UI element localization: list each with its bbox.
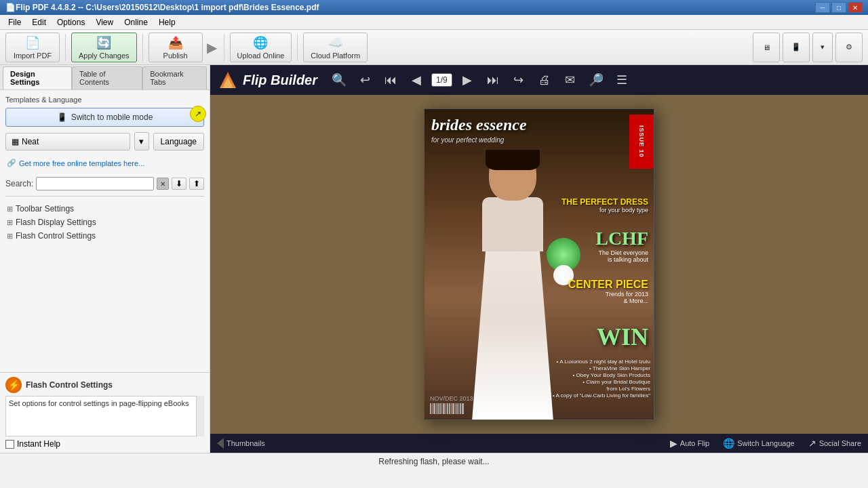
publish-icon: 📤 [168,35,183,50]
search-label: Search: [5,179,33,188]
menu-bar: File Edit Options View Online Help [0,15,868,30]
search-next-button[interactable]: ⬆ [189,178,204,190]
template-select-button[interactable]: ▦ Neat [5,133,130,150]
headline-perfect-dress-main: THE PERFECT DRESS [540,197,648,207]
scroll-bar[interactable] [196,396,204,436]
last-page-button[interactable]: ⏭ [482,69,504,91]
toolbar-right-controls: 🖥 📱 ▾ ⚙ [753,33,863,62]
prev-page-button[interactable]: ◀ [406,69,427,91]
template-name: Neat [22,137,39,146]
panel-content: Templates & Language 📱 Switch to mobile … [0,90,210,372]
mag-date: NOV/DEC 2013 [430,395,473,414]
view-mobile-button[interactable]: 📱 [783,33,810,62]
auto-flip-label: Auto Flip [680,439,709,447]
bottom-panel-title: Flash Control Settings [26,380,113,390]
first-page-button[interactable]: ⏮ [380,69,401,91]
language-button[interactable]: Language [153,133,204,150]
page-display[interactable]: 1/9 [431,73,452,87]
publish-label: Publish [163,52,188,60]
tree-item-toolbar[interactable]: ⊞ Toolbar Settings [5,202,204,216]
headline-center-piece-sub1: Trends for 2013 [536,291,648,298]
switch-language-button[interactable]: 🌐 Switch Language [723,438,794,449]
search-viewer-button[interactable]: 🔎 [585,69,607,91]
bottom-panel-description: Set options for control settings in page… [5,396,204,436]
headline-win: WIN [536,323,648,351]
mobile-mode-button[interactable]: 📱 Switch to mobile mode ↗ [5,108,204,127]
maximize-button[interactable]: □ [831,2,846,13]
menu-view[interactable]: View [90,16,119,28]
settings-button[interactable]: ⚙ [835,33,863,62]
app-status-message: Refreshing flash, please wait... [378,457,489,466]
app-status-bar: Refreshing flash, please wait... [0,453,868,469]
menu-online[interactable]: Online [119,16,153,28]
thumbnails-button[interactable]: Thumbnails [217,438,265,449]
thumbnails-arrow-icon [217,438,224,449]
import-pdf-label: Import PDF [14,52,52,60]
menu-options[interactable]: Options [52,16,90,28]
publish-arrow-icon: ▶ [207,39,217,56]
tree-item-flash-display[interactable]: ⊞ Flash Display Settings [5,216,204,229]
win-bullet-5: from Loi's Flowers [535,386,650,392]
tree-item-flash-control[interactable]: ⊞ Flash Control Settings [5,229,204,243]
expand-icon-toolbar: ⊞ [7,205,13,214]
mag-issue: ISSUE 10 [629,115,654,169]
right-panel: Flip Builder 🔍 ↩ ⏮ ◀ 1/9 ▶ ⏭ ↪ 🖨 ✉ 🔎 ☰ [210,65,868,453]
apply-changes-label: Apply Changes [79,52,130,60]
instant-help-label: Instant Help [17,439,60,449]
tab-table-of-contents[interactable]: Table of Contents [72,66,142,89]
search-clear-button[interactable]: ✕ [157,178,169,190]
bottom-panel-header: ⚡ Flash Control Settings [5,377,204,393]
menu-file[interactable]: File [3,16,26,28]
menu-viewer-button[interactable]: ☰ [611,69,633,91]
publish-button[interactable]: 📤 Publish [149,33,203,62]
tab-bar: Design Settings Table of Contents Bookma… [0,65,210,90]
auto-flip-button[interactable]: ▶ Auto Flip [670,438,709,449]
win-bullets: • A Luxurious 2 night stay at Hotel Izul… [535,358,650,399]
template-dropdown-button[interactable]: ▾ [134,132,149,150]
close-button[interactable]: ✕ [848,2,863,13]
apply-changes-button[interactable]: 🔄 Apply Changes [71,33,137,62]
zoom-in-button[interactable]: 🔍 [328,69,350,91]
title-bar-controls: ─ □ ✕ [815,2,863,13]
bottom-panel-description-wrap: Set options for control settings in page… [5,396,204,436]
headline-lchf-sub1: The Diet everyone [540,249,648,256]
tab-bookmark-tabs[interactable]: Bookmark Tabs [142,66,207,89]
go-back-button[interactable]: ↩ [354,69,376,91]
title-bar-text: Flip PDF 4.4.8.2 -- C:\Users\20150512\De… [16,3,319,12]
rotate-right-button[interactable]: ↪ [508,69,530,91]
title-bar-icon: 📄 [5,3,16,12]
headline-lchf: LCHF The Diet everyone is talking about [540,228,648,263]
apply-changes-icon: 🔄 [96,35,111,50]
social-share-label: Social Share [819,439,861,447]
instant-help-checkbox[interactable] [5,440,14,449]
next-page-button[interactable]: ▶ [456,69,478,91]
cloud-platform-button[interactable]: ☁️ Cloud Platform [303,33,368,62]
get-more-templates-link[interactable]: 🔗 Get more free online templates here... [5,156,204,170]
expand-icon-flash-display: ⊞ [7,218,13,227]
menu-edit[interactable]: Edit [26,16,52,28]
search-prev-button[interactable]: ⬇ [172,178,186,190]
view-desktop-button[interactable]: 🖥 [753,33,780,62]
print-button[interactable]: 🖨 [534,69,555,91]
get-more-label: Get more free online templates here... [19,159,144,167]
upload-online-button[interactable]: 🌐 Upload Online [230,33,292,62]
menu-help[interactable]: Help [153,16,181,28]
win-bullet-6: • A copy of "Low-Carb Living for familie… [535,392,650,399]
magazine-cover: ISSUE 10 brides essence for your perfect… [424,108,654,420]
view-dropdown-button[interactable]: ▾ [812,33,833,62]
template-row: ▦ Neat ▾ Language [5,132,204,150]
toolbar-separator-4 [297,34,298,61]
email-button[interactable]: ✉ [559,69,581,91]
search-input[interactable] [36,177,154,190]
import-pdf-button[interactable]: 📄 Import PDF [5,33,60,62]
flip-logo-icon [217,69,239,91]
toolbar-separator-1 [65,34,66,61]
dropdown-arrow-icon: ▾ [139,136,144,146]
expand-icon-flash-control: ⊞ [7,232,13,241]
flip-logo: Flip Builder [217,69,317,91]
headline-perfect-dress-sub: for your body type [540,207,648,214]
tree-item-toolbar-label: Toolbar Settings [16,204,74,214]
minimize-button[interactable]: ─ [815,2,830,13]
tab-design-settings[interactable]: Design Settings [3,66,72,89]
social-share-button[interactable]: ↗ Social Share [808,438,861,449]
